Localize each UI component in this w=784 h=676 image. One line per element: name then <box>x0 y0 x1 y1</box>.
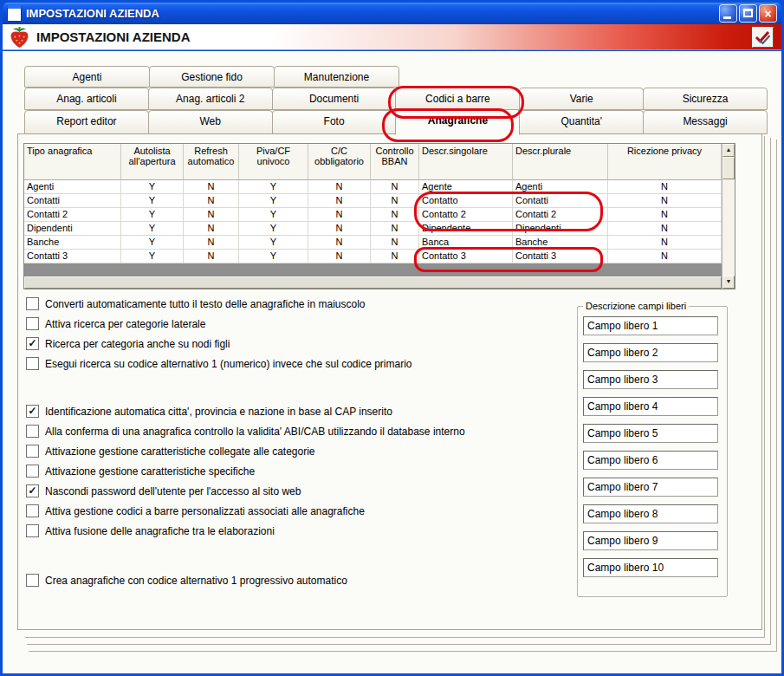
checkbox-unchecked-icon[interactable] <box>26 524 39 537</box>
checkbox-unchecked-icon[interactable] <box>26 445 39 458</box>
table-row[interactable]: AgentiYNYNNAgenteAgentiN <box>24 180 722 194</box>
column-header-refresh-automatico[interactable]: Refresh automatico <box>184 144 239 180</box>
close-button[interactable]: × <box>759 4 777 23</box>
checkbox-attivazione-gestione-caratteristiche-collegate-alle[interactable]: Attivazione gestione caratteristiche col… <box>26 444 465 458</box>
free-field-input-10[interactable] <box>583 558 718 577</box>
checkbox-attiva-fusione-delle-anagrafiche-tra[interactable]: Attiva fusione delle anagrafiche tra le … <box>26 523 465 538</box>
checkbox-unchecked-icon[interactable] <box>26 297 39 310</box>
free-field-input-7[interactable] <box>583 478 718 497</box>
column-header-autolista-all-apertura[interactable]: Autolista all'apertura <box>121 144 184 180</box>
tab-messaggi[interactable]: Messaggi <box>643 110 768 134</box>
checkbox-attivazione-gestione-caratteristiche-specifiche[interactable]: Attivazione gestione caratteristiche spe… <box>26 464 465 478</box>
table-cell: Agenti <box>24 180 121 194</box>
checkbox-label: Identificazione automatica citta', provi… <box>45 406 392 418</box>
checkbox-converti-automaticamente-tutto-il-testo[interactable]: Converti automaticamente tutto il testo … <box>26 296 412 311</box>
table-row[interactable]: BancheYNYNNBancaBancheN <box>24 236 722 250</box>
table-cell: N <box>608 250 722 263</box>
checkbox-nascondi-password-dell-utente-per[interactable]: ✓Nascondi password dell'utente per l'acc… <box>26 484 465 498</box>
free-fields-list <box>583 316 722 577</box>
checkbox-checked-icon[interactable]: ✓ <box>26 405 39 418</box>
table-cell: Contatto 3 <box>419 250 513 263</box>
column-header-piva-cf-univoco[interactable]: Piva/CF univoco <box>239 144 308 180</box>
page-title: IMPOSTAZIONI AZIENDA <box>36 29 191 44</box>
checkbox-alla-conferma-di-una-anagrafica[interactable]: Alla conferma di una anagrafica controll… <box>26 424 465 439</box>
free-field-input-2[interactable] <box>583 343 718 362</box>
table-cell: N <box>371 194 419 208</box>
free-field-input-3[interactable] <box>583 370 718 389</box>
table-cell: N <box>608 236 722 250</box>
vertical-scrollbar[interactable]: ▲ ▼ <box>722 144 735 289</box>
tab-foto[interactable]: Foto <box>272 110 397 134</box>
maximize-button[interactable] <box>739 4 757 23</box>
free-field-input-9[interactable] <box>583 531 718 550</box>
table-row[interactable]: DipendentiYNYNNDipendenteDipendentiN <box>24 222 722 236</box>
free-field-input-6[interactable] <box>583 451 718 470</box>
checkbox-unchecked-icon[interactable] <box>26 465 39 478</box>
table-cell: N <box>371 180 419 194</box>
table-cell: Banche <box>24 236 121 250</box>
table-cell: N <box>308 208 371 222</box>
table-cell: Contatti 2 <box>513 208 608 222</box>
column-header-ricezione-privacy[interactable]: Ricezione privacy <box>608 144 722 180</box>
column-header-descr-singolare[interactable]: Descr.singolare <box>419 144 513 180</box>
scroll-down-button[interactable]: ▼ <box>722 276 735 289</box>
table-cell: N <box>184 208 239 222</box>
tab-web[interactable]: Web <box>148 110 273 134</box>
tab-anag-articoli-2[interactable]: Anag. articoli 2 <box>148 88 273 110</box>
free-fields-group: Descrizione campi liberi <box>577 301 728 597</box>
tab-anag-articoli[interactable]: Anag. articoli <box>24 88 149 110</box>
scroll-up-button[interactable]: ▲ <box>722 144 735 157</box>
confirm-button[interactable] <box>752 27 774 48</box>
titlebar[interactable]: IMPOSTAZIONI AZIENDA × <box>3 3 781 24</box>
column-header-descr-plurale[interactable]: Descr.plurale <box>513 144 608 180</box>
stacked-sheet-edge <box>770 138 771 644</box>
column-header-c-c-obbligatorio[interactable]: C/C obbligatorio <box>308 144 371 180</box>
header-bar: IMPOSTAZIONI AZIENDA <box>3 24 781 50</box>
horizontal-scrollbar[interactable] <box>24 276 722 289</box>
checkbox-checked-icon[interactable]: ✓ <box>26 484 39 497</box>
tab-sicurezza[interactable]: Sicurezza <box>643 88 768 110</box>
checkbox-identificazione-automatica-citta-provincia-e[interactable]: ✓Identificazione automatica citta', prov… <box>26 404 465 419</box>
free-field-input-1[interactable] <box>583 316 718 335</box>
tab-documenti[interactable]: Documenti <box>272 88 397 110</box>
checkbox-unchecked-icon[interactable] <box>26 357 39 370</box>
vertical-scrollbar-track[interactable] <box>722 179 735 276</box>
checkbox-ricerca-per-categoria-anche-su[interactable]: ✓Ricerca per categoria anche su nodi fig… <box>26 336 412 351</box>
column-header-tipo-anagrafica[interactable]: Tipo anagrafica <box>24 144 121 180</box>
checkbox-unchecked-icon[interactable] <box>26 317 39 330</box>
free-field-input-4[interactable] <box>583 397 718 416</box>
table-row[interactable]: Contatti 2YNYNNContatto 2Contatti 2N <box>24 208 722 222</box>
checkbox-crea-anagrafiche-con-codice-alternativo[interactable]: Crea anagrafiche con codice alternativo … <box>26 573 347 588</box>
tab-row-2: Anag. articoliAnag. articoli 2DocumentiC… <box>24 88 767 110</box>
table-row[interactable]: Contatti 3YNYNNContatto 3Contatti 3N <box>24 250 722 263</box>
minimize-button[interactable] <box>719 4 737 23</box>
table-cell: Banca <box>419 236 513 250</box>
tab-quantita[interactable]: Quantita' <box>519 110 644 134</box>
tab-manutenzione[interactable]: Manutenzione <box>274 66 399 88</box>
vertical-scrollbar-thumb[interactable] <box>722 157 735 179</box>
checkbox-esegui-ricerca-su-codice-alternativo[interactable]: Esegui ricerca su codice alternativo 1 (… <box>26 356 412 371</box>
table-cell: Contatti <box>513 194 608 208</box>
tab-codici-a-barre[interactable]: Codici a barre <box>395 88 520 110</box>
table-cell: N <box>371 236 419 250</box>
tab-agenti[interactable]: Agenti <box>24 66 150 88</box>
free-field-input-5[interactable] <box>583 424 718 443</box>
checkbox-attiva-ricerca-per-categorie-laterale[interactable]: Attiva ricerca per categorie laterale <box>26 316 412 331</box>
checkbox-label: Attivazione gestione caratteristiche col… <box>45 445 315 458</box>
checkbox-unchecked-icon[interactable] <box>26 574 39 587</box>
checkbox-label: Converti automaticamente tutto il testo … <box>45 298 366 310</box>
checkbox-unchecked-icon[interactable] <box>26 504 39 517</box>
table-cell: Y <box>239 250 308 263</box>
checkbox-checked-icon[interactable]: ✓ <box>26 337 39 350</box>
table-cell: N <box>184 250 239 263</box>
table-row[interactable]: ContattiYNYNNContattoContattiN <box>24 194 722 208</box>
tab-report-editor[interactable]: Report editor <box>24 110 149 134</box>
free-field-input-8[interactable] <box>583 504 718 523</box>
checkbox-unchecked-icon[interactable] <box>26 425 39 438</box>
checkbox-attiva-gestione-codici-a-barre[interactable]: Attiva gestione codici a barre personali… <box>26 504 465 518</box>
tab-gestione-fido[interactable]: Gestione fido <box>149 66 275 88</box>
tab-varie[interactable]: Varie <box>519 88 644 110</box>
tab-anagrafiche[interactable]: Anagrafiche <box>395 109 520 135</box>
column-header-controllo-bban[interactable]: Controllo BBAN <box>371 144 419 180</box>
table-cell: Y <box>239 194 308 208</box>
